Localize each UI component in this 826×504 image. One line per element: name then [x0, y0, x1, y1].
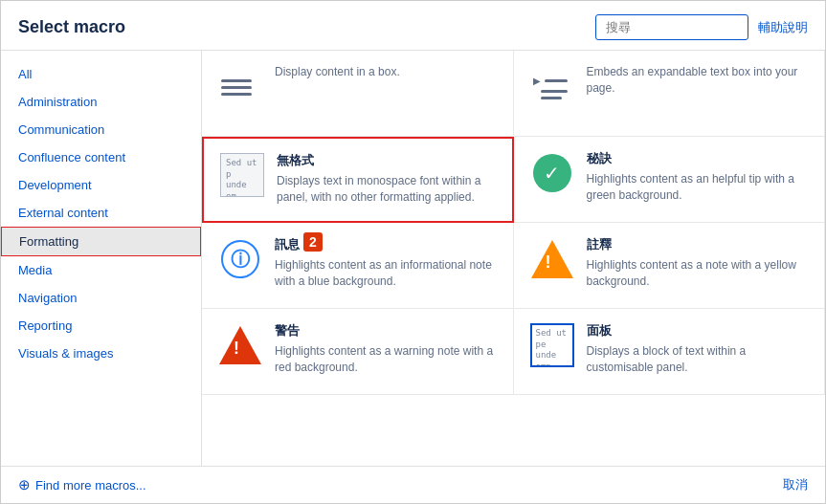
sidebar: All Administration Communication Conflue… — [1, 51, 202, 466]
tip-name: 秘訣 — [587, 150, 810, 167]
sidebar-item-communication[interactable]: Communication — [1, 116, 201, 143]
note-desc: Highlights content as a note with a yell… — [587, 257, 810, 290]
sidebar-item-external-content[interactable]: External content — [1, 199, 201, 227]
find-more-macros-link[interactable]: ⊕ Find more macros... — [18, 476, 146, 493]
warning-name: 警告 — [275, 322, 498, 340]
macro-card-tip[interactable]: ✓ 秘訣 Highlights content as an helpful ti… — [514, 137, 826, 223]
note-icon: ! — [529, 236, 575, 282]
panel-name: 面板 — [587, 322, 810, 340]
annotation-badge-2: 2 — [303, 232, 323, 252]
noformat-desc: Displays text in monospace font within a… — [277, 173, 497, 206]
dialog-footer: ⊕ Find more macros... 取消 — [1, 466, 825, 503]
macro-card-noformat[interactable]: Sed ut punde om 無格式 Displays text in mon… — [202, 137, 514, 223]
info-desc: Highlights content as an informational n… — [275, 257, 498, 290]
noformat-name: 無格式 — [277, 152, 497, 169]
sidebar-item-all[interactable]: All — [1, 60, 201, 88]
sidebar-item-development[interactable]: Development — [1, 171, 201, 199]
dialog-header: Select macro 輔助說明 — [1, 1, 825, 51]
macro-card-box[interactable]: Display content in a box. — [202, 51, 514, 137]
search-input[interactable] — [595, 14, 748, 40]
macro-grid: Display content in a box. ▶ — [202, 51, 825, 395]
noformat-icon: Sed ut punde om — [219, 152, 265, 198]
tip-icon: ✓ — [529, 150, 575, 196]
macro-card-warning[interactable]: ! 警告 Highlights content as a warning not… — [202, 309, 514, 395]
macro-card-note[interactable]: ! 註釋 Highlights content as a note with a… — [514, 223, 826, 309]
sidebar-item-formatting[interactable]: Formatting — [1, 227, 201, 256]
macro-card-panel[interactable]: Sed ut peunde omn 面板 Displays a block of… — [514, 309, 826, 395]
tip-desc: Highlights content as an helpful tip wit… — [587, 171, 810, 204]
macro-list: Display content in a box. ▶ — [202, 51, 825, 466]
info-icon: ⓘ — [217, 236, 263, 282]
box-icon — [217, 64, 263, 110]
dialog-title: Select macro — [18, 17, 125, 37]
expandable-icon: ▶ — [529, 64, 575, 110]
macro-card-info[interactable]: ⓘ 訊息 2 Highlights content as an informat… — [202, 223, 514, 309]
box-desc: Display content in a box. — [275, 64, 400, 80]
macro-card-expandable[interactable]: ▶ Embeds an expandable text box into you… — [514, 51, 826, 137]
dialog-body: All Administration Communication Conflue… — [1, 51, 825, 466]
sidebar-item-reporting[interactable]: Reporting — [1, 312, 201, 340]
info-name: 訊息 2 — [275, 236, 498, 253]
select-macro-dialog: Select macro 輔助說明 All Administration Com… — [0, 0, 826, 504]
sidebar-item-navigation[interactable]: Navigation — [1, 284, 201, 312]
expandable-desc: Embeds an expandable text box into your … — [587, 64, 810, 97]
sidebar-item-administration[interactable]: Administration — [1, 88, 201, 116]
cancel-button[interactable]: 取消 — [783, 476, 808, 493]
warning-icon: ! — [217, 322, 263, 368]
sidebar-item-visuals-images[interactable]: Visuals & images — [1, 340, 201, 367]
help-link[interactable]: 輔助說明 — [758, 19, 808, 36]
sidebar-item-media[interactable]: Media — [1, 256, 201, 284]
header-right: 輔助說明 — [595, 14, 808, 40]
panel-icon: Sed ut peunde omn — [529, 322, 575, 368]
find-more-icon: ⊕ — [18, 476, 31, 493]
panel-desc: Displays a block of text within a custom… — [587, 343, 810, 376]
sidebar-item-confluence-content[interactable]: Confluence content — [1, 143, 201, 171]
note-name: 註釋 — [587, 236, 810, 253]
warning-desc: Highlights content as a warning note wit… — [275, 343, 498, 376]
